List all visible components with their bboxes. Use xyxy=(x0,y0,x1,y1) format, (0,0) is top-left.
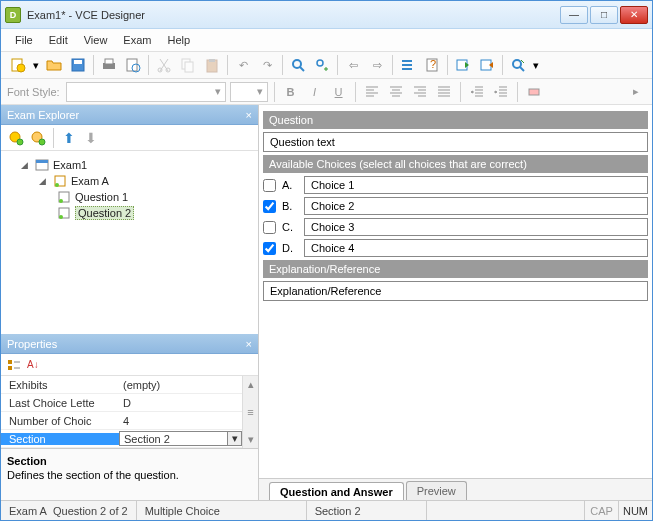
svg-point-14 xyxy=(293,60,301,68)
info-button[interactable]: ? xyxy=(421,54,443,76)
underline-button[interactable]: U xyxy=(329,82,349,102)
export-button[interactable] xyxy=(476,54,498,76)
menu-help[interactable]: Help xyxy=(161,32,196,48)
align-center-button[interactable] xyxy=(386,82,406,102)
question-text-field[interactable]: Question text xyxy=(263,132,648,152)
clear-format-button[interactable] xyxy=(524,82,544,102)
statusbar: Exam A Question 2 of 2 Multiple Choice S… xyxy=(1,500,652,520)
properties-scrollbar[interactable]: ▴≡▾ xyxy=(242,376,258,448)
properties-grid: Exhibits (empty) Last Choice Lette D Num… xyxy=(1,376,242,448)
menu-view[interactable]: View xyxy=(78,32,114,48)
outdent-button[interactable] xyxy=(467,82,487,102)
align-justify-button[interactable] xyxy=(434,82,454,102)
editor-tabs: Question and Answer Preview xyxy=(259,478,652,500)
tree-root[interactable]: ◢ Exam1 xyxy=(5,157,254,173)
settings-button[interactable] xyxy=(397,54,419,76)
move-down-button[interactable]: ⬇ xyxy=(82,129,100,147)
properties-close-icon[interactable]: × xyxy=(246,338,252,350)
explanation-field[interactable]: Explanation/Reference xyxy=(263,281,648,301)
svg-point-28 xyxy=(17,139,23,145)
svg-point-36 xyxy=(59,199,63,203)
collapse-icon[interactable]: ◢ xyxy=(39,176,49,186)
svg-point-38 xyxy=(59,215,63,219)
tab-preview[interactable]: Preview xyxy=(406,481,467,500)
add-question-button[interactable] xyxy=(29,129,47,147)
explorer-close-icon[interactable]: × xyxy=(246,109,252,121)
paste-button[interactable] xyxy=(201,54,223,76)
save-button[interactable] xyxy=(67,54,89,76)
tree-question-2[interactable]: Question 2 xyxy=(5,205,254,221)
undo-button[interactable]: ↶ xyxy=(232,54,254,76)
new-dropdown[interactable]: ▾ xyxy=(31,54,41,76)
collapse-icon[interactable]: ◢ xyxy=(21,160,31,170)
open-button[interactable] xyxy=(43,54,65,76)
svg-rect-5 xyxy=(105,59,113,64)
menu-exam[interactable]: Exam xyxy=(117,32,157,48)
nav-fwd-button[interactable]: ⇨ xyxy=(366,54,388,76)
prop-row-exhibits[interactable]: Exhibits (empty) xyxy=(1,376,242,394)
svg-rect-17 xyxy=(402,60,412,62)
tab-question-answer[interactable]: Question and Answer xyxy=(269,482,404,500)
main-toolbar: ▾ ↶ ↷ ⇦ ⇨ ? ▾ xyxy=(1,51,652,79)
nav-back-button[interactable]: ⇦ xyxy=(342,54,364,76)
font-style-label: Font Style: xyxy=(7,86,60,98)
prop-row-lastchoice[interactable]: Last Choice Lette D xyxy=(1,394,242,412)
preview-button[interactable] xyxy=(507,54,529,76)
menu-edit[interactable]: Edit xyxy=(43,32,74,48)
choice-a-checkbox[interactable] xyxy=(263,179,276,192)
italic-button[interactable]: I xyxy=(305,82,325,102)
alphabetical-button[interactable]: A↓ xyxy=(27,359,39,370)
dropdown-icon[interactable]: ▾ xyxy=(227,432,241,445)
choice-a-field[interactable]: Choice 1 xyxy=(304,176,648,194)
status-num: NUM xyxy=(618,501,652,520)
menu-file[interactable]: File xyxy=(9,32,39,48)
copy-button[interactable] xyxy=(177,54,199,76)
bold-button[interactable]: B xyxy=(281,82,301,102)
add-section-button[interactable] xyxy=(7,129,25,147)
redo-button[interactable]: ↷ xyxy=(256,54,278,76)
preview-dropdown[interactable]: ▾ xyxy=(531,54,541,76)
choice-d-field[interactable]: Choice 4 xyxy=(304,239,648,257)
new-button[interactable] xyxy=(7,54,29,76)
cut-button[interactable] xyxy=(153,54,175,76)
choice-c-checkbox[interactable] xyxy=(263,221,276,234)
font-family-combo[interactable]: ▾ xyxy=(66,82,226,102)
svg-rect-19 xyxy=(402,68,412,70)
titlebar: D Exam1* - VCE Designer — □ ✕ xyxy=(1,1,652,29)
prop-row-numchoices[interactable]: Number of Choic 4 xyxy=(1,412,242,430)
align-right-button[interactable] xyxy=(410,82,430,102)
tree-question-1[interactable]: Question 1 xyxy=(5,189,254,205)
choice-c-field[interactable]: Choice 3 xyxy=(304,218,648,236)
svg-text:?: ? xyxy=(430,58,436,70)
minimize-button[interactable]: — xyxy=(560,6,588,24)
svg-rect-3 xyxy=(74,60,82,64)
app-window: D Exam1* - VCE Designer — □ ✕ File Edit … xyxy=(0,0,653,521)
choice-row-b: B. Choice 2 xyxy=(263,197,648,215)
find-button[interactable] xyxy=(287,54,309,76)
move-up-button[interactable]: ⬆ xyxy=(60,129,78,147)
import-button[interactable] xyxy=(452,54,474,76)
question-icon xyxy=(57,206,71,220)
properties-toolbar: A↓ xyxy=(1,354,258,376)
choice-b-field[interactable]: Choice 2 xyxy=(304,197,648,215)
close-button[interactable]: ✕ xyxy=(620,6,648,24)
choice-b-checkbox[interactable] xyxy=(263,200,276,213)
prop-row-section[interactable]: Section Section 2 ▾ xyxy=(1,430,242,448)
indent-button[interactable] xyxy=(491,82,511,102)
choices-header: Available Choices (select all choices th… xyxy=(263,155,648,173)
print-button[interactable] xyxy=(98,54,120,76)
choice-d-checkbox[interactable] xyxy=(263,242,276,255)
align-left-button[interactable] xyxy=(362,82,382,102)
print-preview-button[interactable] xyxy=(122,54,144,76)
maximize-button[interactable]: □ xyxy=(590,6,618,24)
expand-toolbar-button[interactable]: ▸ xyxy=(626,82,646,102)
find-replace-button[interactable] xyxy=(311,54,333,76)
svg-point-9 xyxy=(166,68,170,72)
explorer-header: Exam Explorer × xyxy=(1,105,258,125)
tree-section[interactable]: ◢ Exam A xyxy=(5,173,254,189)
font-toolbar: Font Style: ▾ ▾ B I U ▸ xyxy=(1,79,652,105)
categorized-button[interactable] xyxy=(7,358,21,372)
font-size-combo[interactable]: ▾ xyxy=(230,82,268,102)
svg-rect-18 xyxy=(402,64,412,66)
choice-row-c: C. Choice 3 xyxy=(263,218,648,236)
